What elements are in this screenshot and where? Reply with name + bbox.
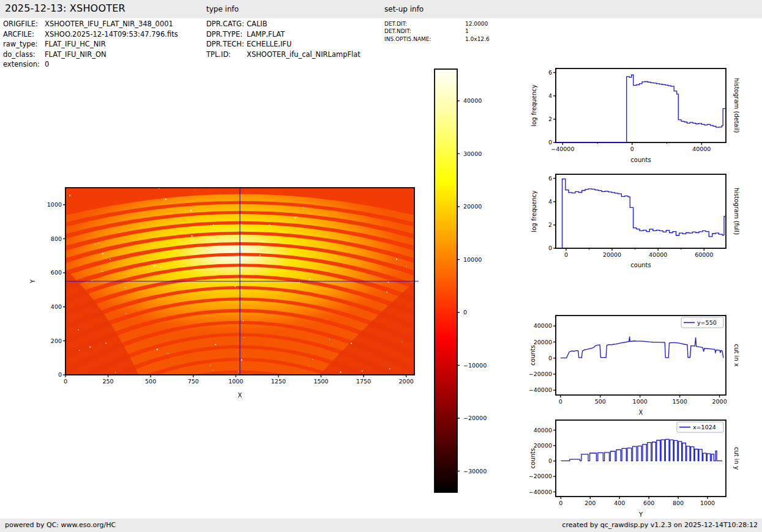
meta-row-rawtype: raw_type: FLAT_IFU_HC_NIR xyxy=(3,39,178,50)
svg-text:counts: counts xyxy=(529,345,536,365)
opti5-label: INS.OPTI5.NAME: xyxy=(384,35,465,43)
rawtype-label: raw_type: xyxy=(3,39,45,50)
svg-text:200: 200 xyxy=(585,500,596,506)
detdit-label: DET.DIT: xyxy=(384,20,465,28)
svg-text:600: 600 xyxy=(643,500,654,506)
svg-text:counts: counts xyxy=(630,262,651,268)
svg-text:1500: 1500 xyxy=(313,378,328,385)
meta-row-extension: extension: 0 xyxy=(3,59,178,70)
extension-label: extension: xyxy=(3,59,45,70)
svg-text:40000: 40000 xyxy=(692,146,711,152)
svg-text:40000: 40000 xyxy=(534,322,552,329)
svg-text:2: 2 xyxy=(548,221,552,228)
meta-row-origfile: ORIGFILE: XSHOOTER_IFU_FLAT_NIR_348_0001 xyxy=(3,19,178,29)
footer-right-text: created by qc_rawdisp.py v1.2.3 on 2025-… xyxy=(562,521,758,529)
page-title: 2025-12-13: XSHOOTER xyxy=(5,2,125,14)
svg-text:0: 0 xyxy=(463,309,467,316)
meta-row-arcfile: ARCFILE: XSHOO.2025-12-14T09:53:47.796.f… xyxy=(3,29,178,40)
svg-text:−30000: −30000 xyxy=(463,468,487,475)
svg-text:20000: 20000 xyxy=(463,203,482,210)
svg-text:1000: 1000 xyxy=(700,500,715,506)
svg-text:1750: 1750 xyxy=(356,378,371,385)
cut-in-y-plot: 02004006008001000−40000−2000002000040000… xyxy=(526,412,762,519)
svg-text:histogram (full): histogram (full) xyxy=(733,188,740,235)
svg-text:750: 750 xyxy=(188,378,199,385)
svg-text:1500: 1500 xyxy=(673,398,687,405)
svg-text:20000: 20000 xyxy=(603,251,621,258)
meta-row-dprtech: DPR.TECH: ECHELLE,IFU xyxy=(206,39,360,50)
file-info-block: ORIGFILE: XSHOOTER_IFU_FLAT_NIR_348_0001… xyxy=(3,19,178,70)
svg-text:log frequency: log frequency xyxy=(531,84,537,127)
svg-text:2: 2 xyxy=(548,116,552,122)
meta-row-dprcatg: DPR.CATG: CALIB xyxy=(206,19,360,29)
svg-text:500: 500 xyxy=(145,378,156,385)
svg-text:0: 0 xyxy=(548,245,552,251)
svg-text:400: 400 xyxy=(51,303,62,310)
svg-text:x=1024: x=1024 xyxy=(693,424,716,430)
detdit-value: 12.0000 xyxy=(465,20,488,28)
svg-text:0: 0 xyxy=(559,500,562,506)
svg-text:600: 600 xyxy=(51,269,62,276)
cut-in-x-plot: 0500100015002000−40000−2000002000040000X… xyxy=(526,308,762,419)
svg-text:counts: counts xyxy=(529,448,536,468)
histogram-detail-plot: −400000400000246countslog frequencyhisto… xyxy=(526,61,762,170)
arcfile-value: XSHOO.2025-12-14T09:53:47.796.fits xyxy=(45,29,178,40)
svg-text:0: 0 xyxy=(58,371,62,378)
svg-text:40000: 40000 xyxy=(463,97,482,104)
arcfile-label: ARCFILE: xyxy=(3,29,45,40)
tplid-label: TPL.ID: xyxy=(206,50,247,60)
svg-text:40000: 40000 xyxy=(649,251,667,258)
svg-text:0: 0 xyxy=(559,398,562,405)
svg-text:−40000: −40000 xyxy=(529,386,552,393)
svg-text:0: 0 xyxy=(548,139,552,146)
svg-text:6: 6 xyxy=(548,69,552,76)
svg-text:0: 0 xyxy=(630,146,634,152)
svg-text:0: 0 xyxy=(64,378,67,385)
colorbar: 400003000020000100000−10000−20000−30000 xyxy=(428,64,514,501)
svg-text:250: 250 xyxy=(103,378,114,385)
detndit-label: DET.NDIT: xyxy=(384,28,465,35)
svg-text:0: 0 xyxy=(548,457,552,464)
svg-text:−20000: −20000 xyxy=(529,473,552,479)
svg-text:800: 800 xyxy=(673,500,684,506)
svg-text:1000: 1000 xyxy=(47,201,62,208)
detndit-value: 1 xyxy=(465,28,469,35)
svg-text:500: 500 xyxy=(595,398,606,405)
svg-text:histogram (detail): histogram (detail) xyxy=(733,78,740,133)
svg-text:counts: counts xyxy=(630,157,651,163)
svg-text:0: 0 xyxy=(564,251,568,258)
svg-text:10000: 10000 xyxy=(463,256,482,263)
svg-text:60000: 60000 xyxy=(695,251,713,258)
origfile-label: ORIGFILE: xyxy=(3,19,45,29)
svg-text:−40000: −40000 xyxy=(551,146,574,152)
dprcatg-label: DPR.CATG: xyxy=(206,19,247,29)
dprtech-label: DPR.TECH: xyxy=(206,39,247,50)
svg-text:cut in y: cut in y xyxy=(733,447,740,470)
svg-text:−20000: −20000 xyxy=(529,371,552,377)
svg-text:20000: 20000 xyxy=(534,442,552,449)
dprtype-value: LAMP,FLAT xyxy=(247,29,285,40)
doclass-label: do_class: xyxy=(3,50,45,60)
meta-row-tplid: TPL.ID: XSHOOTER_ifu_cal_NIRLampFlat xyxy=(206,50,360,60)
meta-row-detndit: DET.NDIT: 1 xyxy=(384,28,490,35)
svg-text:400: 400 xyxy=(614,500,625,506)
dprcatg-value: CALIB xyxy=(247,19,267,29)
meta-row-detdit: DET.DIT: 12.0000 xyxy=(384,20,490,28)
svg-text:1000: 1000 xyxy=(633,398,648,405)
origfile-value: XSHOOTER_IFU_FLAT_NIR_348_0001 xyxy=(45,19,173,29)
svg-text:0: 0 xyxy=(548,355,552,361)
svg-text:6: 6 xyxy=(548,175,552,182)
doclass-value: FLAT_IFU_NIR_ON xyxy=(45,50,106,60)
svg-text:2000: 2000 xyxy=(399,378,414,385)
svg-text:log frequency: log frequency xyxy=(531,190,537,232)
svg-text:1250: 1250 xyxy=(271,378,286,385)
meta-row-doclass: do_class: FLAT_IFU_NIR_ON xyxy=(3,50,178,60)
footer-left-text: powered by QC: www.eso.org/HC xyxy=(5,521,116,529)
svg-text:1000: 1000 xyxy=(228,378,243,385)
type-info-block: DPR.CATG: CALIB DPR.TYPE: LAMP,FLAT DPR.… xyxy=(206,19,360,59)
svg-text:30000: 30000 xyxy=(463,150,482,157)
setup-info-heading: set-up info xyxy=(384,5,424,13)
dprtype-label: DPR.TYPE: xyxy=(206,29,247,40)
rawtype-value: FLAT_IFU_HC_NIR xyxy=(45,39,106,50)
meta-row-dprtype: DPR.TYPE: LAMP,FLAT xyxy=(206,29,360,40)
